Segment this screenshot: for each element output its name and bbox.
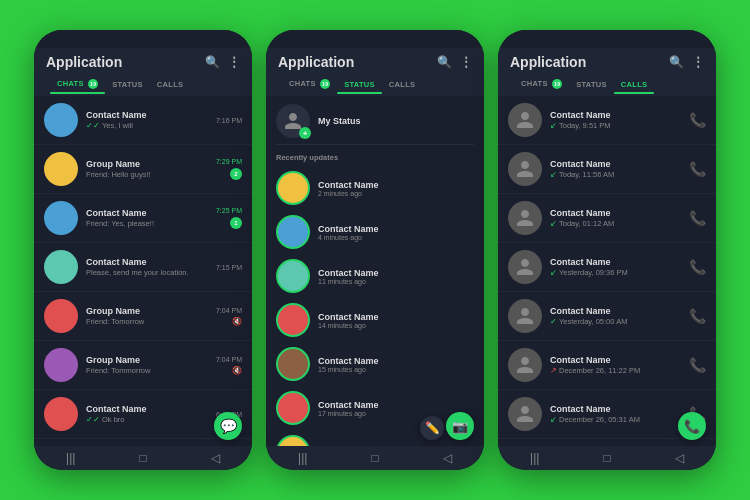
tab-calls-2[interactable]: CALLS — [382, 77, 423, 92]
status-avatar — [278, 173, 308, 203]
status-camera-fab[interactable]: 📷 — [446, 412, 474, 440]
status-item[interactable]: Contact Name 2 minutes ago — [276, 166, 474, 210]
status-time: 15 minutes ago — [318, 366, 379, 373]
call-button[interactable]: 📞 — [689, 308, 706, 324]
call-item[interactable]: Contact Name ↙ Today, 11:56 AM 📞 — [498, 145, 716, 194]
nav-home-icon[interactable]: □ — [140, 451, 147, 465]
avatar — [508, 152, 542, 186]
chat-item[interactable]: Group Name Friend: Tomorrow 7:04 PM 🔇 — [34, 292, 252, 341]
status-item[interactable]: Contact Name 15 minutes ago — [276, 342, 474, 386]
status-contact-name: Contact Name — [318, 312, 379, 322]
status-item[interactable]: Contact Name 20 minutes ago — [276, 430, 474, 446]
phone-status: Application 🔍 ⋮ CHATS 19 STATUS CALLS + — [266, 30, 484, 470]
call-button[interactable]: 📞 — [689, 210, 706, 226]
tick-icon: ✓✓ — [86, 415, 100, 424]
status-bar-3 — [498, 30, 716, 48]
call-info: Contact Name ↙ Today, 01:12 AM — [550, 208, 681, 228]
call-item[interactable]: Contact Name ↙ Yesterday, 09:36 PM 📞 — [498, 243, 716, 292]
chat-preview: Please, send me your location. — [86, 268, 208, 277]
chat-fab[interactable]: 💬 — [214, 412, 242, 440]
call-arrow: ↙ — [550, 415, 557, 424]
chat-info: Group Name Friend: Tomorrow — [86, 306, 208, 326]
call-button[interactable]: 📞 — [689, 259, 706, 275]
nav-home-icon-3[interactable]: □ — [604, 451, 611, 465]
chat-item[interactable]: Group Name Friend: Hello guys!! 7:29 PM … — [34, 145, 252, 194]
chat-item[interactable]: Contact Name ✓✓ Call me back! 6:33 PM — [34, 439, 252, 446]
avatar — [508, 397, 542, 431]
nav-recents-icon-3[interactable]: ||| — [530, 451, 539, 465]
nav-back-icon-2[interactable]: ◁ — [443, 451, 452, 465]
phone-calls: Application 🔍 ⋮ CHATS 19 STATUS CALLS — [498, 30, 716, 470]
chat-item[interactable]: Contact Name Friend: Yes, please!! 7:25 … — [34, 194, 252, 243]
app-header-2: Application 🔍 ⋮ CHATS 19 STATUS CALLS — [266, 48, 484, 96]
tab-calls-3[interactable]: CALLS — [614, 77, 655, 92]
mute-icon: 🔇 — [232, 317, 242, 326]
chats-badge-2: 19 — [320, 79, 330, 89]
call-button[interactable]: 📞 — [689, 161, 706, 177]
my-status-item[interactable]: + My Status — [276, 104, 474, 145]
call-item[interactable]: Contact Name ↙ December 23, 11:34 PM 📞 — [498, 439, 716, 446]
my-status-label: My Status — [318, 116, 361, 126]
nav-home-icon-2[interactable]: □ — [372, 451, 379, 465]
menu-icon-2[interactable]: ⋮ — [460, 55, 472, 69]
chat-name: Contact Name — [86, 404, 208, 414]
menu-icon-1[interactable]: ⋮ — [228, 55, 240, 69]
tab-chats-1[interactable]: CHATS 19 — [50, 76, 105, 92]
tab-status-3[interactable]: STATUS — [569, 77, 614, 92]
menu-icon-3[interactable]: ⋮ — [692, 55, 704, 69]
chat-time: 7:16 PM — [216, 117, 242, 124]
call-arrow: ↙ — [550, 219, 557, 228]
status-item[interactable]: Contact Name 17 minutes ago — [276, 386, 474, 430]
status-contact-name: Contact Name — [318, 400, 379, 410]
avatar — [44, 397, 78, 431]
status-item[interactable]: Contact Name 14 minutes ago — [276, 298, 474, 342]
call-item[interactable]: Contact Name ↙ Today, 01:12 AM 📞 — [498, 194, 716, 243]
header-icons-1: 🔍 ⋮ — [205, 55, 240, 69]
call-button[interactable]: 📞 — [689, 112, 706, 128]
chat-item[interactable]: Contact Name ✓✓ Yes, I will 7:16 PM — [34, 96, 252, 145]
call-item[interactable]: Contact Name ↙ Today, 9:51 PM 📞 — [498, 96, 716, 145]
status-info: Contact Name 17 minutes ago — [318, 400, 379, 417]
call-info: Contact Name ↙ December 26, 05:31 AM — [550, 404, 681, 424]
chat-preview: ✓✓ Ok bro — [86, 415, 208, 424]
call-arrow: ↗ — [550, 366, 557, 375]
chat-time: 7:15 PM — [216, 264, 242, 271]
tab-calls-1[interactable]: CALLS — [150, 77, 191, 92]
chat-meta: 7:04 PM 🔇 — [216, 356, 242, 375]
unread-badge: 1 — [230, 217, 242, 229]
phones-container: Application 🔍 ⋮ CHATS 19 STATUS CALLS Co… — [34, 30, 716, 470]
tab-status-1[interactable]: STATUS — [105, 77, 150, 92]
call-button[interactable]: 📞 — [689, 357, 706, 373]
avatar — [508, 299, 542, 333]
chat-item[interactable]: Group Name Friend: Tommorrow 7:04 PM 🔇 — [34, 341, 252, 390]
tick-icon: ✓✓ — [86, 121, 100, 130]
search-icon-3[interactable]: 🔍 — [669, 55, 684, 69]
search-icon-1[interactable]: 🔍 — [205, 55, 220, 69]
nav-back-icon-3[interactable]: ◁ — [675, 451, 684, 465]
nav-recents-icon[interactable]: ||| — [66, 451, 75, 465]
tab-chats-3[interactable]: CHATS 19 — [514, 76, 569, 92]
status-item[interactable]: Contact Name 11 minutes ago — [276, 254, 474, 298]
bottom-nav-2: ||| □ ◁ — [266, 446, 484, 470]
chat-time: 7:25 PM — [216, 207, 242, 214]
chat-preview: Friend: Hello guys!! — [86, 170, 208, 179]
nav-back-icon[interactable]: ◁ — [211, 451, 220, 465]
tab-status-2[interactable]: STATUS — [337, 77, 382, 92]
call-name: Contact Name — [550, 110, 681, 120]
status-info: Contact Name 2 minutes ago — [318, 180, 379, 197]
nav-recents-icon-2[interactable]: ||| — [298, 451, 307, 465]
chat-item[interactable]: Contact Name Please, send me your locati… — [34, 243, 252, 292]
search-icon-2[interactable]: 🔍 — [437, 55, 452, 69]
call-item[interactable]: Contact Name ✓ Yesterday, 05:00 AM 📞 — [498, 292, 716, 341]
call-item[interactable]: Contact Name ↗ December 26, 11:22 PM 📞 — [498, 341, 716, 390]
app-title-2: Application 🔍 ⋮ — [278, 54, 472, 70]
tab-chats-2[interactable]: CHATS 19 — [282, 76, 337, 92]
chats-badge-1: 19 — [88, 79, 98, 89]
call-detail: ↙ Today, 11:56 AM — [550, 170, 681, 179]
status-avatar — [278, 261, 308, 291]
status-item[interactable]: Contact Name 4 minutes ago — [276, 210, 474, 254]
chat-info: Group Name Friend: Hello guys!! — [86, 159, 208, 179]
new-call-fab[interactable]: 📞 — [678, 412, 706, 440]
status-pencil-fab[interactable]: ✏️ — [420, 416, 444, 440]
status-avatar — [278, 437, 308, 446]
